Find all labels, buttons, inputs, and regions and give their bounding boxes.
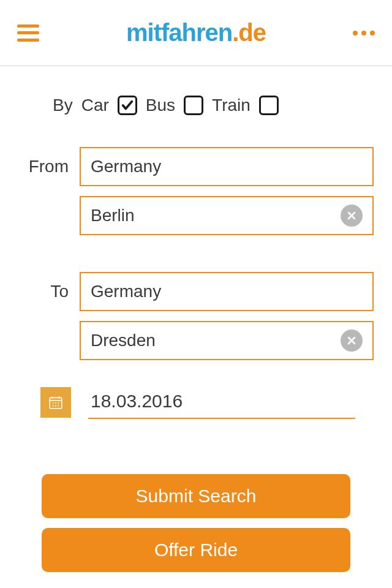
from-country-value: Germany bbox=[91, 157, 363, 176]
date-value: 18.03.2016 bbox=[91, 391, 183, 411]
svg-point-8 bbox=[55, 405, 56, 406]
by-label: By bbox=[53, 96, 73, 115]
svg-point-6 bbox=[58, 402, 59, 404]
submit-search-button[interactable]: Submit Search bbox=[42, 474, 350, 518]
from-label: From bbox=[18, 157, 80, 176]
logo-text-1: mitfahren bbox=[126, 19, 232, 46]
transport-row: By Car Bus Train bbox=[53, 96, 374, 115]
car-checkbox[interactable] bbox=[118, 96, 137, 115]
date-input[interactable]: 18.03.2016 bbox=[88, 386, 355, 419]
clear-to-city-icon[interactable] bbox=[341, 330, 363, 352]
action-buttons: Submit Search Offer Ride bbox=[18, 474, 374, 572]
app-logo: mitfahren.de bbox=[126, 19, 266, 47]
svg-point-5 bbox=[55, 402, 56, 404]
from-city-row: Berlin bbox=[18, 196, 374, 235]
from-country-row: From Germany bbox=[18, 147, 374, 186]
search-form: By Car Bus Train From Germany Berlin To … bbox=[0, 66, 392, 572]
bus-label: Bus bbox=[146, 96, 175, 115]
to-city-input[interactable]: Dresden bbox=[80, 321, 374, 360]
svg-point-4 bbox=[53, 402, 54, 404]
offer-ride-button[interactable]: Offer Ride bbox=[42, 528, 350, 572]
calendar-icon[interactable] bbox=[40, 387, 71, 418]
from-country-input[interactable]: Germany bbox=[80, 147, 374, 186]
to-country-value: Germany bbox=[91, 282, 363, 301]
svg-point-7 bbox=[53, 405, 54, 406]
to-city-value: Dresden bbox=[91, 331, 341, 350]
to-country-row: To Germany bbox=[18, 272, 374, 311]
from-city-value: Berlin bbox=[91, 206, 341, 225]
app-header: mitfahren.de bbox=[0, 0, 392, 66]
date-row: 18.03.2016 bbox=[40, 386, 355, 419]
bus-checkbox[interactable] bbox=[184, 96, 203, 115]
menu-icon[interactable] bbox=[17, 24, 39, 42]
car-label: Car bbox=[81, 96, 109, 115]
svg-point-9 bbox=[58, 405, 59, 406]
train-checkbox[interactable] bbox=[259, 96, 279, 115]
to-label: To bbox=[18, 282, 80, 301]
train-label: Train bbox=[212, 96, 251, 115]
from-city-input[interactable]: Berlin bbox=[80, 196, 374, 235]
clear-from-city-icon[interactable] bbox=[341, 205, 363, 227]
more-icon[interactable] bbox=[353, 31, 375, 36]
to-country-input[interactable]: Germany bbox=[80, 272, 374, 311]
to-city-row: Dresden bbox=[18, 321, 374, 360]
logo-text-2: .de bbox=[232, 19, 266, 46]
